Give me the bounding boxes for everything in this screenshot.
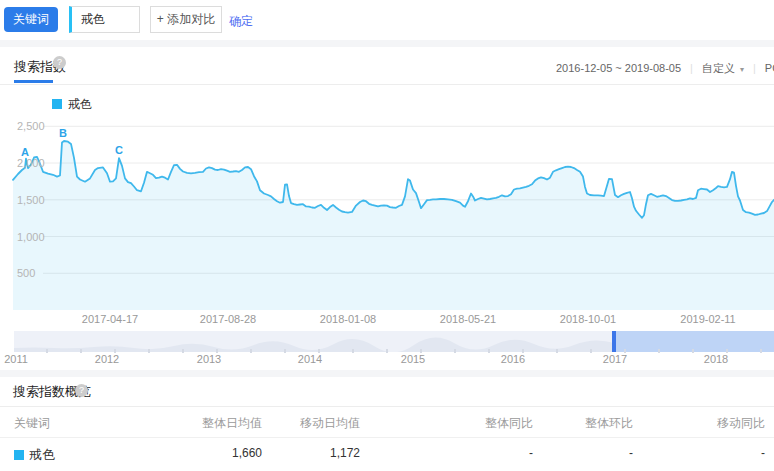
col-mobile-yoy: 移动同比 [633,415,765,432]
timeline-year-2016: 2016 [501,353,525,365]
search-index-panel: 搜索指数 ? 2016-12-05 ~ 2019-08-05|自定义▾|PC+移… [0,47,774,370]
overview-table-header: 关键词 整体日均值 移动日均值 整体同比 整体环比 移动同比 [0,415,774,432]
panel-divider [0,84,774,85]
x-axis-label: 2017-08-28 [200,313,256,325]
slider-handle[interactable] [612,331,616,352]
table-row-divider [0,437,774,438]
series-color-swatch [14,450,24,460]
add-compare-button[interactable]: + 添加对比 [150,6,222,33]
slider-selection[interactable] [614,331,774,352]
x-axis-label: 2018-01-08 [320,313,376,325]
y-axis-label: 1,500 [17,194,45,206]
event-marker-A[interactable]: A [21,146,29,158]
timeline-year-2017: 2017 [603,353,627,365]
timeline-slider[interactable] [14,331,774,352]
range-mode-dropdown[interactable]: 自定义 [702,62,735,74]
date-range[interactable]: 2016-12-05 ~ 2019-08-05 [556,62,681,74]
separator: | [690,62,693,74]
overview-panel: 搜索指数概览 ? 关键词 整体日均值 移动日均值 整体同比 整体环比 移动同比 … [0,377,774,471]
timeline-year-2013: 2013 [197,353,221,365]
y-axis-label: 2,500 [17,120,45,132]
keyword-input-wrap [69,6,140,33]
tab-active-indicator [14,80,53,83]
trend-svg [0,110,774,310]
event-marker-B[interactable]: B [59,127,67,139]
timeline-year-2014: 2014 [298,353,322,365]
keyword-input[interactable] [72,7,139,32]
row-overall-yoy: - [360,446,533,464]
table-row: 戒色 1,660 1,172 - - - [0,446,774,464]
trend-chart[interactable]: 2,5002,0001,5001,000500ABC [0,110,774,310]
help-icon[interactable]: ? [53,56,66,69]
col-overall-yoy: 整体同比 [360,415,533,432]
help-icon[interactable]: ? [75,384,88,397]
y-axis-label: 2,000 [17,157,45,169]
row-overall-daily-avg: 1,660 [193,446,262,464]
x-axis-label: 2017-04-17 [82,313,138,325]
separator: | [753,62,756,74]
x-axis-labels: 2017-04-172017-08-282018-01-082018-05-21… [0,313,774,327]
row-overall-mom: - [533,446,633,464]
overview-divider [0,406,774,407]
timeline-year-2018: 2018 [704,353,728,365]
col-keyword: 关键词 [0,415,193,432]
y-axis-label: 1,000 [17,231,45,243]
y-axis-label: 500 [17,267,35,279]
row-mobile-yoy: - [633,446,765,464]
legend-color-swatch [52,99,62,109]
timeline-year-2012: 2012 [95,353,119,365]
event-marker-C[interactable]: C [115,144,123,156]
timeline-year-2015: 2015 [401,353,425,365]
col-overall-daily-avg: 整体日均值 [193,415,262,432]
confirm-link[interactable]: 确定 [229,13,253,30]
row-keyword-cell: 戒色 [0,446,193,464]
timeline-year-labels: 20112012201320142015201620172018 [0,353,774,367]
x-axis-label: 2018-05-21 [440,313,496,325]
legend-label: 戒色 [68,97,92,111]
col-mobile-daily-avg: 移动日均值 [262,415,360,432]
x-axis-label: 2019-02-11 [680,313,735,325]
device-mode-dropdown[interactable]: PC+移动 [765,62,774,74]
top-toolbar: 关键词 + 添加对比 确定 [0,0,774,40]
row-mobile-daily-avg: 1,172 [262,446,360,464]
col-overall-mom: 整体环比 [533,415,633,432]
x-axis-label: 2018-10-01 [560,313,616,325]
chevron-down-icon[interactable]: ▾ [740,65,744,74]
chart-controls: 2016-12-05 ~ 2019-08-05|自定义▾|PC+移动 [556,61,774,76]
timeline-year-2011: 2011 [4,353,28,365]
keyword-type-button[interactable]: 关键词 [4,7,58,32]
